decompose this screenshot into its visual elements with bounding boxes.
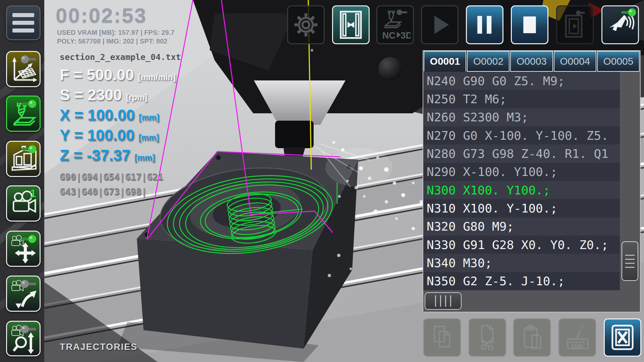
settings-gear-icon xyxy=(291,10,320,39)
tool-visibility-button[interactable] xyxy=(6,96,41,132)
gcode-line[interactable]: N240 G90 G0 Z5. M9; xyxy=(423,72,620,90)
camera-pan-button[interactable] xyxy=(6,231,41,267)
copy-button[interactable] xyxy=(423,318,461,357)
close-icon xyxy=(608,323,637,352)
gcode-line[interactable]: N320 G80 M9; xyxy=(423,218,620,236)
gcode-line[interactable]: N330 G91 G28 X0. Y0. Z0.; xyxy=(423,236,620,254)
copy-icon xyxy=(428,323,456,352)
stop-button[interactable] xyxy=(511,5,548,44)
vertical-scroll-track[interactable] xyxy=(620,72,640,290)
main-menu-button[interactable] xyxy=(6,5,41,40)
tab-O0004[interactable]: O0004 xyxy=(554,51,596,72)
cut-button[interactable] xyxy=(469,318,506,357)
toggle-on-knob xyxy=(19,144,38,155)
toggle-off-knob xyxy=(19,279,38,290)
pause-icon xyxy=(472,12,498,38)
gcode-line-current[interactable]: N300 X100. Y100.; xyxy=(423,181,620,199)
camera-zoom-button[interactable] xyxy=(6,321,41,356)
keyboard-button[interactable] xyxy=(558,318,596,357)
gcode-line[interactable]: N270 G0 X-100. Y-100. Z5. xyxy=(423,126,620,144)
gcode-listing[interactable]: N240 G90 G0 Z5. M9; N250 T2 M6; N260 S23… xyxy=(423,72,620,290)
toggle-on-knob xyxy=(19,234,38,245)
gcode-editor-panel: O0001 O0002 O0003 O0004 O0005 N240 G90 G… xyxy=(423,50,641,312)
toggle-off-knob xyxy=(19,54,38,65)
nc-label: NC xyxy=(382,30,395,41)
gcode-line[interactable]: N350 G2 Z-5. J-10.; xyxy=(423,272,620,290)
trajectory-plot-button[interactable] xyxy=(6,51,41,87)
nc-to-3d-icon: NC 3D xyxy=(380,8,411,42)
doors-toggle-button[interactable] xyxy=(332,5,370,44)
doors-toggle-icon xyxy=(337,9,365,40)
tab-O0005[interactable]: O0005 xyxy=(597,51,640,72)
keyboard-icon xyxy=(563,323,592,352)
machine-visibility-button[interactable] xyxy=(6,141,41,177)
tab-O0002[interactable]: O0002 xyxy=(467,51,509,72)
play-icon xyxy=(426,11,453,38)
sound-toggle-button[interactable] xyxy=(601,5,639,44)
gcode-line[interactable]: N340 M30; xyxy=(423,254,620,272)
gcode-line[interactable]: N280 G73 G98 Z-40. R1. Q1 xyxy=(423,144,620,163)
play-button[interactable] xyxy=(421,5,459,44)
gcode-line[interactable]: N290 X-100. Y100.; xyxy=(423,163,620,181)
cnc-simulator-app: 00:02:53 USED VRAM [MB]: 157.97 | FPS: 2… xyxy=(0,0,644,362)
cut-icon xyxy=(474,323,501,352)
threed-label: 3D xyxy=(400,30,411,41)
vertical-scroll-thumb[interactable] xyxy=(622,241,638,281)
camera-preset-badge: 1 xyxy=(30,187,36,200)
pause-button[interactable] xyxy=(466,5,503,44)
close-editor-button[interactable] xyxy=(604,318,641,357)
camera-preset-button[interactable]: 1 xyxy=(6,185,41,222)
toggle-on-knob xyxy=(619,7,637,18)
camera-rotate-button[interactable] xyxy=(6,276,41,312)
gcode-line[interactable]: N310 X100. Y-100.; xyxy=(423,199,620,217)
paste-icon xyxy=(518,323,546,352)
settings-button[interactable] xyxy=(287,5,325,44)
gcode-line[interactable]: N260 S2300 M3; xyxy=(423,108,620,126)
menu-icon xyxy=(12,13,34,17)
tab-O0003[interactable]: O0003 xyxy=(510,51,553,72)
toggle-on-knob xyxy=(19,99,38,110)
toggle-off-knob xyxy=(19,324,38,335)
single-block-button[interactable] xyxy=(556,5,594,44)
paste-button[interactable] xyxy=(513,318,551,357)
gcode-line[interactable]: N250 T2 M6; xyxy=(423,90,620,108)
stop-icon xyxy=(517,12,543,38)
program-tabs: O0001 O0002 O0003 O0004 O0005 xyxy=(423,51,640,72)
nc-to-3d-button[interactable]: NC 3D xyxy=(376,5,414,44)
tab-O0001[interactable]: O0001 xyxy=(424,51,466,72)
horizontal-scroll-track[interactable] xyxy=(423,290,640,312)
single-block-icon xyxy=(561,9,589,40)
horizontal-scroll-thumb[interactable] xyxy=(425,292,462,310)
